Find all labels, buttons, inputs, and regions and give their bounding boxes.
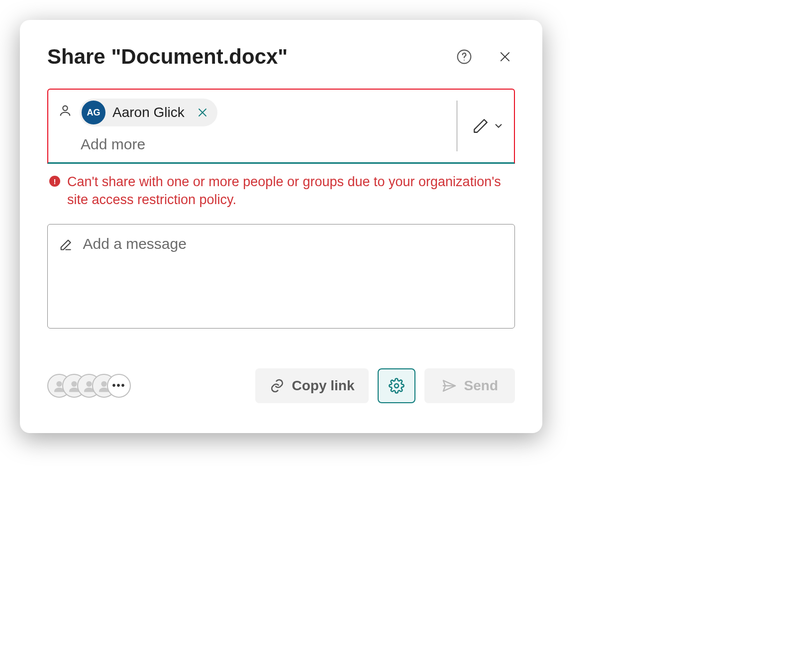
shared-with-stack[interactable]: •••: [47, 374, 131, 398]
header-actions: [453, 46, 515, 68]
help-button[interactable]: [453, 46, 475, 68]
pencil-icon: [472, 117, 489, 134]
remove-recipient-button[interactable]: [195, 105, 210, 120]
error-message-row: ! Can't share with one or more people or…: [47, 173, 515, 209]
error-icon: !: [49, 176, 60, 187]
footer-buttons: Copy link Send: [255, 368, 515, 403]
dialog-title: Share "Document.docx": [47, 45, 288, 69]
svg-point-11: [395, 384, 399, 388]
message-box[interactable]: [47, 224, 515, 329]
person-icon: [58, 104, 72, 117]
send-icon: [441, 378, 457, 394]
message-input[interactable]: [82, 234, 504, 270]
close-button[interactable]: [495, 47, 515, 67]
send-label: Send: [464, 378, 498, 394]
remove-icon: [197, 107, 208, 118]
avatar: AG: [82, 101, 105, 124]
recipient-input-box[interactable]: AG Aaron Glick: [47, 89, 515, 164]
compose-icon: [59, 237, 73, 252]
recipient-chip[interactable]: AG Aaron Glick: [80, 99, 217, 126]
recipient-content: AG Aaron Glick: [80, 99, 449, 153]
svg-point-4: [63, 106, 67, 111]
link-icon: [269, 378, 285, 394]
svg-point-8: [71, 381, 77, 387]
help-icon: [456, 49, 472, 65]
permission-selector[interactable]: [457, 101, 504, 151]
svg-point-1: [464, 60, 465, 61]
dialog-header: Share "Document.docx": [47, 45, 515, 69]
svg-point-9: [86, 381, 92, 387]
chevron-down-icon: [493, 120, 504, 131]
add-more-input[interactable]: [80, 135, 449, 153]
copy-link-label: Copy link: [292, 378, 355, 394]
svg-point-7: [56, 381, 62, 387]
dialog-footer: ••• Copy link Send: [47, 368, 515, 403]
recipient-name: Aaron Glick: [112, 105, 185, 120]
share-dialog: Share "Document.docx": [20, 20, 542, 433]
copy-link-button[interactable]: Copy link: [255, 368, 369, 403]
gear-icon: [389, 378, 404, 394]
send-button[interactable]: Send: [424, 368, 515, 403]
error-text: Can't share with one or more people or g…: [67, 173, 513, 209]
stack-avatar-more[interactable]: •••: [107, 374, 131, 398]
link-settings-button[interactable]: [378, 368, 415, 403]
svg-point-10: [101, 381, 106, 387]
close-icon: [498, 50, 512, 64]
